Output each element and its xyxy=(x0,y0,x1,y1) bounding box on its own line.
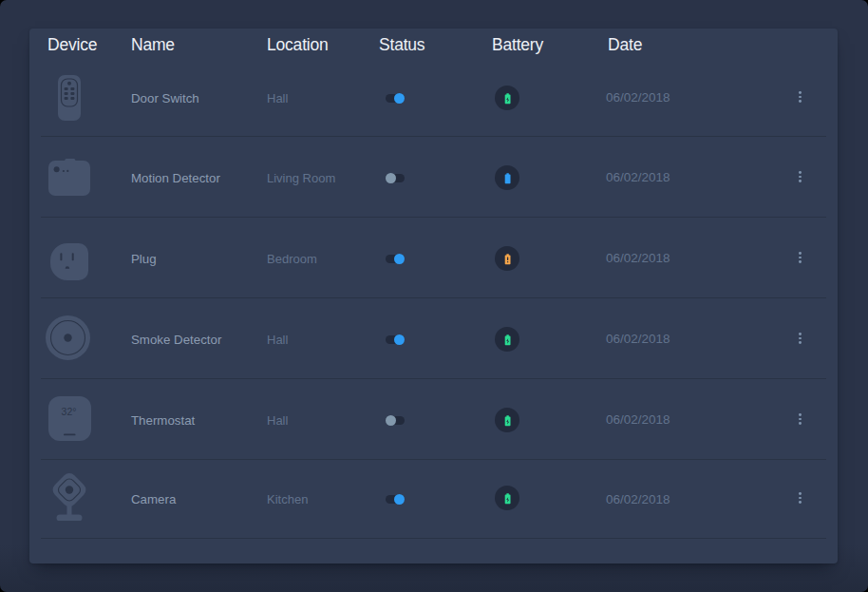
svg-text:32°: 32° xyxy=(62,406,77,417)
